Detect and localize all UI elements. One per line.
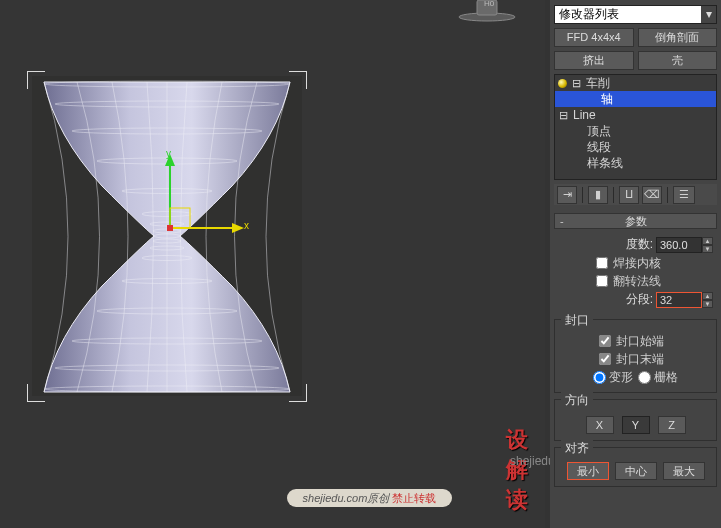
flip-normals-checkbox[interactable] (596, 275, 608, 287)
stack-sub-axis[interactable]: 轴 (555, 91, 716, 107)
rollout-title: 参数 (625, 215, 647, 227)
cap-start-label: 封口始端 (616, 333, 664, 350)
segments-input[interactable] (656, 292, 702, 308)
modifier-panel: 修改器列表 ▾ FFD 4x4x4 倒角剖面 挤出 壳 ⊟ 车削 轴 ⊟ Lin… (550, 0, 721, 528)
spin-down-icon[interactable]: ▼ (702, 245, 713, 253)
rollout-params[interactable]: - 参数 (554, 213, 717, 229)
stack-label: 轴 (601, 91, 613, 108)
stack-sub-segment[interactable]: 线段 (555, 139, 716, 155)
axis-x-button[interactable]: X (586, 416, 614, 434)
stack-label: 车削 (586, 75, 610, 92)
make-unique-icon[interactable]: ⵡ (619, 186, 639, 204)
stack-sub-spline[interactable]: 样条线 (555, 155, 716, 171)
credit-forbid: 禁止转载 (392, 492, 436, 504)
grid-radio[interactable] (638, 371, 651, 384)
weld-core-checkbox[interactable] (596, 257, 608, 269)
configure-sets-icon[interactable]: ☰ (673, 186, 695, 204)
flip-label: 翻转法线 (613, 273, 661, 290)
remove-modifier-icon[interactable]: ⌫ (642, 186, 662, 204)
watermark: 设解读 (506, 425, 545, 515)
degrees-spinner[interactable]: ▲▼ (656, 237, 713, 253)
spin-up-icon[interactable]: ▲ (702, 237, 713, 245)
spin-down-icon[interactable]: ▼ (702, 300, 713, 308)
cap-end-checkbox[interactable] (599, 353, 611, 365)
align-min-button[interactable]: 最小 (567, 462, 609, 480)
segments-spinner[interactable]: ▲▼ (656, 292, 713, 308)
top-base-indicator: H0 (450, 0, 525, 22)
direction-group: 方向 X Y Z (554, 399, 717, 441)
stack-label: Line (573, 108, 596, 122)
weld-label: 焊接内核 (613, 255, 661, 272)
morph-label: 变形 (609, 369, 633, 386)
modifier-list-dropdown[interactable]: 修改器列表 ▾ (554, 5, 717, 24)
stack-label: 线段 (587, 139, 611, 156)
modifier-btn-chamfer[interactable]: 倒角剖面 (638, 28, 718, 47)
stack-label: 顶点 (587, 123, 611, 140)
stack-item-lathe[interactable]: ⊟ 车削 (555, 75, 716, 91)
direction-group-title: 方向 (561, 392, 593, 409)
modifier-btn-shell[interactable]: 壳 (638, 51, 718, 70)
degrees-input[interactable] (656, 237, 702, 253)
stack-label: 样条线 (587, 155, 623, 172)
modifier-btn-extrude[interactable]: 挤出 (554, 51, 634, 70)
credit-text: shejiedu.com原创 (303, 492, 393, 504)
align-group-title: 对齐 (561, 440, 593, 457)
hourglass-render (32, 76, 302, 396)
modifier-btn-ffd[interactable]: FFD 4x4x4 (554, 28, 634, 47)
stack-item-line[interactable]: ⊟ Line (555, 107, 716, 123)
show-end-result-icon[interactable]: ▮ (588, 186, 608, 204)
cap-group-title: 封口 (561, 312, 593, 329)
bulb-icon[interactable] (558, 79, 567, 88)
align-center-button[interactable]: 中心 (615, 462, 657, 480)
credit-pill: shejiedu.com原创 禁止转载 (287, 489, 452, 507)
separator (613, 187, 614, 203)
separator (582, 187, 583, 203)
params-body: 度数: ▲▼ 焊接内核 翻转法线 分段: ▲▼ (554, 229, 717, 313)
grid-label: 栅格 (654, 369, 678, 386)
segments-label: 分段: (626, 291, 653, 308)
align-group: 对齐 最小 中心 最大 (554, 447, 717, 487)
degrees-label: 度数: (626, 236, 653, 253)
cap-group: 封口 封口始端 封口末端 变形 栅格 (554, 319, 717, 393)
morph-radio[interactable] (593, 371, 606, 384)
hourglass-object[interactable] (27, 71, 307, 402)
axis-z-button[interactable]: Z (658, 416, 686, 434)
spin-up-icon[interactable]: ▲ (702, 292, 713, 300)
modifier-stack[interactable]: ⊟ 车削 轴 ⊟ Line 顶点 线段 样条线 (554, 74, 717, 180)
stack-sub-vertex[interactable]: 顶点 (555, 123, 716, 139)
pin-stack-icon[interactable]: ⇥ (557, 186, 577, 204)
axis-y-button[interactable]: Y (622, 416, 650, 434)
chevron-down-icon[interactable]: ▾ (701, 6, 716, 23)
stack-toolbar: ⇥ ▮ ⵡ ⌫ ☰ (554, 184, 717, 205)
align-max-button[interactable]: 最大 (663, 462, 705, 480)
separator (667, 187, 668, 203)
topbase-text: H0 (484, 0, 494, 8)
cap-start-checkbox[interactable] (599, 335, 611, 347)
viewport[interactable]: H0 (0, 0, 545, 528)
modifier-list-label: 修改器列表 (555, 6, 701, 23)
cap-end-label: 封口末端 (616, 351, 664, 368)
